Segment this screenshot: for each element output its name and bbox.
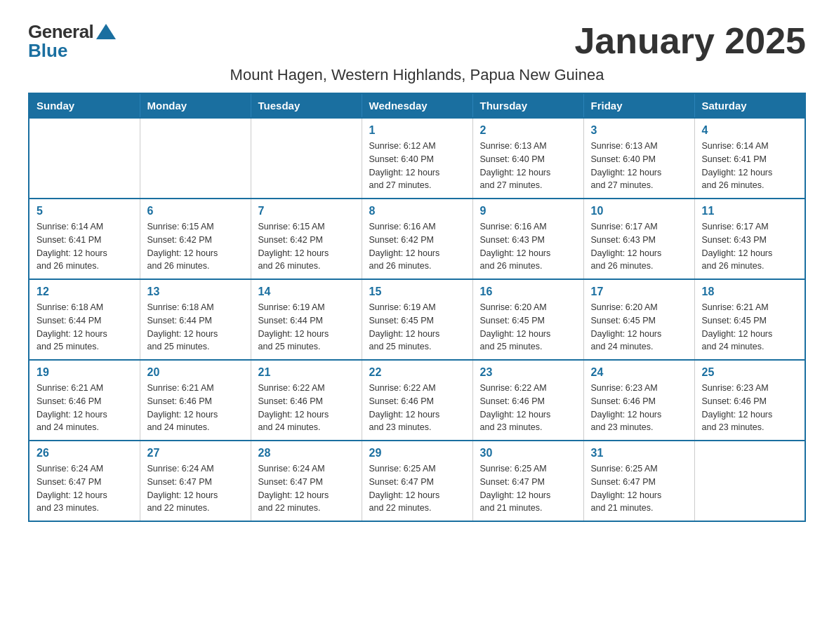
day-number: 11 (702, 205, 798, 217)
logo-blue-text: Blue (28, 40, 67, 62)
calendar-cell: 22Sunrise: 6:22 AM Sunset: 6:46 PM Dayli… (362, 360, 472, 441)
day-info: Sunrise: 6:19 AM Sunset: 6:45 PM Dayligh… (369, 301, 465, 354)
calendar-cell: 16Sunrise: 6:20 AM Sunset: 6:45 PM Dayli… (472, 279, 583, 360)
calendar-cell (694, 441, 805, 521)
day-number: 12 (37, 286, 133, 298)
day-info: Sunrise: 6:15 AM Sunset: 6:42 PM Dayligh… (147, 220, 244, 273)
day-info: Sunrise: 6:21 AM Sunset: 6:46 PM Dayligh… (147, 382, 244, 434)
calendar-cell: 4Sunrise: 6:14 AM Sunset: 6:41 PM Daylig… (694, 118, 805, 199)
day-info: Sunrise: 6:16 AM Sunset: 6:43 PM Dayligh… (480, 220, 576, 273)
calendar-cell: 9Sunrise: 6:16 AM Sunset: 6:43 PM Daylig… (472, 199, 583, 279)
calendar-cell: 26Sunrise: 6:24 AM Sunset: 6:47 PM Dayli… (29, 441, 140, 521)
calendar-cell: 30Sunrise: 6:25 AM Sunset: 6:47 PM Dayli… (472, 441, 583, 521)
calendar-cell: 24Sunrise: 6:23 AM Sunset: 6:46 PM Dayli… (583, 360, 694, 441)
day-number: 2 (480, 124, 576, 137)
day-info: Sunrise: 6:24 AM Sunset: 6:47 PM Dayligh… (147, 462, 244, 515)
day-info: Sunrise: 6:20 AM Sunset: 6:45 PM Dayligh… (591, 301, 687, 354)
calendar-header-saturday: Saturday (694, 93, 805, 118)
day-number: 5 (37, 205, 133, 217)
calendar-cell: 10Sunrise: 6:17 AM Sunset: 6:43 PM Dayli… (583, 199, 694, 279)
day-info: Sunrise: 6:17 AM Sunset: 6:43 PM Dayligh… (702, 220, 798, 273)
day-number: 17 (591, 286, 687, 298)
page-subtitle: Mount Hagen, Western Highlands, Papua Ne… (28, 66, 806, 84)
day-number: 8 (369, 205, 465, 217)
day-info: Sunrise: 6:25 AM Sunset: 6:47 PM Dayligh… (591, 462, 687, 515)
day-info: Sunrise: 6:19 AM Sunset: 6:44 PM Dayligh… (258, 301, 355, 354)
calendar-cell (251, 118, 362, 199)
calendar-cell: 14Sunrise: 6:19 AM Sunset: 6:44 PM Dayli… (251, 279, 362, 360)
day-number: 23 (480, 366, 576, 379)
day-number: 15 (369, 286, 465, 298)
day-number: 9 (480, 205, 576, 217)
calendar-header-wednesday: Wednesday (362, 93, 472, 118)
day-number: 27 (147, 447, 244, 459)
page-header: General Blue January 2025 (28, 21, 806, 62)
calendar-cell: 7Sunrise: 6:15 AM Sunset: 6:42 PM Daylig… (251, 199, 362, 279)
calendar-cell: 25Sunrise: 6:23 AM Sunset: 6:46 PM Dayli… (694, 360, 805, 441)
day-number: 24 (591, 366, 687, 379)
day-number: 1 (369, 124, 465, 137)
day-info: Sunrise: 6:21 AM Sunset: 6:45 PM Dayligh… (702, 301, 798, 354)
day-number: 20 (147, 366, 244, 379)
day-info: Sunrise: 6:18 AM Sunset: 6:44 PM Dayligh… (147, 301, 244, 354)
day-info: Sunrise: 6:14 AM Sunset: 6:41 PM Dayligh… (702, 140, 798, 192)
day-info: Sunrise: 6:21 AM Sunset: 6:46 PM Dayligh… (37, 382, 133, 434)
calendar-week-row: 1Sunrise: 6:12 AM Sunset: 6:40 PM Daylig… (29, 118, 805, 199)
day-info: Sunrise: 6:23 AM Sunset: 6:46 PM Dayligh… (702, 382, 798, 434)
calendar-cell: 28Sunrise: 6:24 AM Sunset: 6:47 PM Dayli… (251, 441, 362, 521)
day-info: Sunrise: 6:24 AM Sunset: 6:47 PM Dayligh… (258, 462, 355, 515)
calendar-header-friday: Friday (583, 93, 694, 118)
calendar-cell: 17Sunrise: 6:20 AM Sunset: 6:45 PM Dayli… (583, 279, 694, 360)
logo: General Blue (28, 21, 116, 62)
calendar-cell: 12Sunrise: 6:18 AM Sunset: 6:44 PM Dayli… (29, 279, 140, 360)
calendar-header-monday: Monday (140, 93, 251, 118)
calendar-cell: 1Sunrise: 6:12 AM Sunset: 6:40 PM Daylig… (362, 118, 472, 199)
calendar-header-sunday: Sunday (29, 93, 140, 118)
calendar-week-row: 12Sunrise: 6:18 AM Sunset: 6:44 PM Dayli… (29, 279, 805, 360)
calendar-week-row: 19Sunrise: 6:21 AM Sunset: 6:46 PM Dayli… (29, 360, 805, 441)
day-info: Sunrise: 6:22 AM Sunset: 6:46 PM Dayligh… (480, 382, 576, 434)
day-number: 31 (591, 447, 687, 459)
day-info: Sunrise: 6:17 AM Sunset: 6:43 PM Dayligh… (591, 220, 687, 273)
day-number: 29 (369, 447, 465, 459)
day-info: Sunrise: 6:13 AM Sunset: 6:40 PM Dayligh… (480, 140, 576, 192)
calendar-cell: 3Sunrise: 6:13 AM Sunset: 6:40 PM Daylig… (583, 118, 694, 199)
calendar-cell: 2Sunrise: 6:13 AM Sunset: 6:40 PM Daylig… (472, 118, 583, 199)
calendar-cell (29, 118, 140, 199)
calendar-cell: 6Sunrise: 6:15 AM Sunset: 6:42 PM Daylig… (140, 199, 251, 279)
day-number: 6 (147, 205, 244, 217)
calendar-cell: 31Sunrise: 6:25 AM Sunset: 6:47 PM Dayli… (583, 441, 694, 521)
day-number: 19 (37, 366, 133, 379)
day-info: Sunrise: 6:24 AM Sunset: 6:47 PM Dayligh… (37, 462, 133, 515)
day-number: 30 (480, 447, 576, 459)
calendar-header-row: SundayMondayTuesdayWednesdayThursdayFrid… (29, 93, 805, 118)
calendar-cell: 29Sunrise: 6:25 AM Sunset: 6:47 PM Dayli… (362, 441, 472, 521)
calendar-cell: 19Sunrise: 6:21 AM Sunset: 6:46 PM Dayli… (29, 360, 140, 441)
calendar-cell: 13Sunrise: 6:18 AM Sunset: 6:44 PM Dayli… (140, 279, 251, 360)
calendar-cell: 20Sunrise: 6:21 AM Sunset: 6:46 PM Dayli… (140, 360, 251, 441)
day-info: Sunrise: 6:25 AM Sunset: 6:47 PM Dayligh… (480, 462, 576, 515)
calendar-cell (140, 118, 251, 199)
day-number: 28 (258, 447, 355, 459)
day-info: Sunrise: 6:16 AM Sunset: 6:42 PM Dayligh… (369, 220, 465, 273)
day-info: Sunrise: 6:14 AM Sunset: 6:41 PM Dayligh… (37, 220, 133, 273)
day-info: Sunrise: 6:23 AM Sunset: 6:46 PM Dayligh… (591, 382, 687, 434)
day-info: Sunrise: 6:13 AM Sunset: 6:40 PM Dayligh… (591, 140, 687, 192)
calendar-week-row: 26Sunrise: 6:24 AM Sunset: 6:47 PM Dayli… (29, 441, 805, 521)
day-info: Sunrise: 6:22 AM Sunset: 6:46 PM Dayligh… (369, 382, 465, 434)
page-title: January 2025 (574, 21, 806, 61)
day-number: 16 (480, 286, 576, 298)
day-number: 21 (258, 366, 355, 379)
calendar-cell: 23Sunrise: 6:22 AM Sunset: 6:46 PM Dayli… (472, 360, 583, 441)
calendar-cell: 27Sunrise: 6:24 AM Sunset: 6:47 PM Dayli… (140, 441, 251, 521)
calendar-week-row: 5Sunrise: 6:14 AM Sunset: 6:41 PM Daylig… (29, 199, 805, 279)
day-number: 25 (702, 366, 798, 379)
day-info: Sunrise: 6:22 AM Sunset: 6:46 PM Dayligh… (258, 382, 355, 434)
calendar-cell: 18Sunrise: 6:21 AM Sunset: 6:45 PM Dayli… (694, 279, 805, 360)
calendar-header-tuesday: Tuesday (251, 93, 362, 118)
day-number: 18 (702, 286, 798, 298)
calendar-cell: 15Sunrise: 6:19 AM Sunset: 6:45 PM Dayli… (362, 279, 472, 360)
day-number: 10 (591, 205, 687, 217)
calendar-table: SundayMondayTuesdayWednesdayThursdayFrid… (28, 93, 806, 522)
day-number: 14 (258, 286, 355, 298)
